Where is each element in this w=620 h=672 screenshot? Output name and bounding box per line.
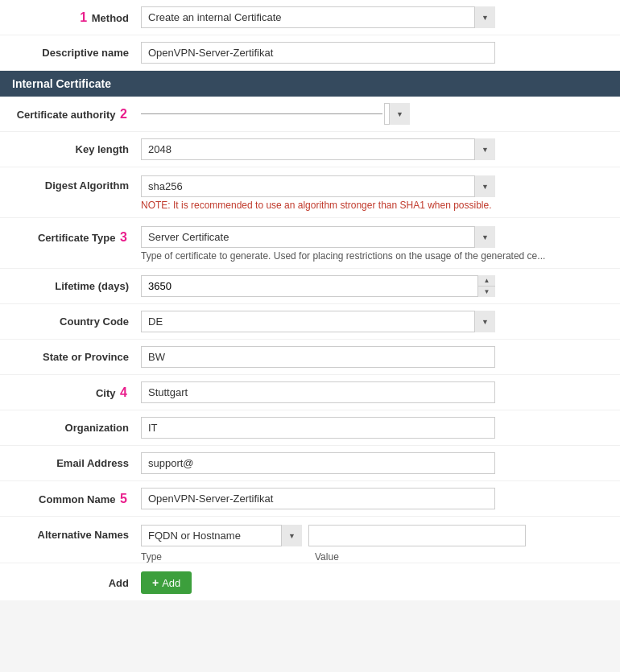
- method-row: 1 Method Create an internal Certificate …: [0, 0, 620, 35]
- method-select[interactable]: Create an internal Certificate Import an…: [141, 6, 495, 28]
- country-code-label-text: Country Code: [60, 315, 129, 328]
- email-address-control: support@: [141, 452, 608, 474]
- method-control: Create an internal Certificate Import an…: [141, 6, 608, 28]
- certificate-type-label: Certificate Type 3: [12, 226, 141, 245]
- key-length-row: Key length 512 1024 2048 4096: [0, 132, 620, 167]
- certificate-type-select[interactable]: Client Certificate Server Certificate: [141, 226, 495, 248]
- certificate-type-control: Client Certificate Server Certificate Ty…: [141, 226, 608, 262]
- digest-algorithm-row: Digest Algorithm sha1 sha224 sha256 sha3…: [0, 167, 620, 218]
- digest-algorithm-note: NOTE: It is recommended to use an algori…: [141, 200, 492, 211]
- state-province-input[interactable]: BW: [141, 346, 495, 368]
- certificate-type-row: Certificate Type 3 Client Certificate Se…: [0, 218, 620, 269]
- lifetime-spinner-buttons: ▲ ▼: [477, 275, 495, 297]
- lifetime-label-text: Lifetime (days): [55, 280, 129, 292]
- digest-algorithm-label-text: Digest Algorithm: [45, 179, 129, 192]
- step-3-badge: 3: [120, 230, 127, 244]
- ca-select-wrapper-inner: [384, 103, 410, 125]
- internal-certificate-header: Internal Certificate: [0, 71, 620, 97]
- alternative-names-label-text: Alternative Names: [38, 529, 129, 541]
- step-4-badge: 4: [120, 385, 127, 399]
- city-label: City 4: [12, 385, 141, 400]
- alternative-names-control: FQDN or Hostname IP email URI Type Value: [141, 525, 608, 563]
- common-name-label-text: Common Name: [39, 493, 115, 505]
- common-name-label: Common Name 5: [12, 492, 141, 506]
- alt-type-select[interactable]: FQDN or Hostname IP email URI: [141, 525, 302, 546]
- city-control: Stuttgart: [141, 381, 608, 403]
- lifetime-spinner-up-button[interactable]: ▲: [478, 275, 495, 287]
- alt-type-sublabel: Type: [141, 551, 302, 563]
- lifetime-row: Lifetime (days) 3650 ▲ ▼: [0, 269, 620, 304]
- descriptive-name-label-text: Descriptive name: [42, 47, 129, 59]
- add-row: Add + Add: [0, 563, 620, 600]
- certificate-authority-label-text: Certificate authority: [17, 109, 116, 121]
- add-label-text: Add: [109, 577, 129, 589]
- key-length-select[interactable]: 512 1024 2048 4096: [141, 138, 495, 160]
- organization-label: Organization: [12, 422, 141, 434]
- form-container: 1 Method Create an internal Certificate …: [0, 0, 620, 600]
- email-address-label-text: Email Address: [56, 457, 129, 469]
- method-label: 1 Method: [12, 10, 141, 25]
- certificate-authority-control: [141, 103, 608, 125]
- key-length-select-wrapper: 512 1024 2048 4096: [141, 138, 495, 160]
- internal-certificate-title: Internal Certificate: [12, 77, 111, 90]
- add-button-label: Add: [162, 577, 180, 589]
- certificate-type-select-wrapper: Client Certificate Server Certificate: [141, 226, 495, 248]
- descriptive-name-row: Descriptive name OpenVPN-Server-Zertifik…: [0, 35, 620, 71]
- add-control: + Add: [141, 571, 608, 594]
- descriptive-name-input[interactable]: OpenVPN-Server-Zertifikat: [141, 42, 495, 64]
- country-code-control: DE US GB FR AT CH: [141, 311, 608, 332]
- state-province-label-text: State or Province: [43, 351, 129, 363]
- digest-algorithm-control: sha1 sha224 sha256 sha384 sha512 NOTE: I…: [141, 175, 608, 211]
- certificate-authority-select[interactable]: [384, 103, 410, 125]
- lifetime-spinner-down-button[interactable]: ▼: [478, 287, 495, 297]
- add-button[interactable]: + Add: [141, 571, 192, 594]
- lifetime-control: 3650 ▲ ▼: [141, 275, 608, 297]
- key-length-label: Key length: [12, 143, 141, 155]
- digest-algorithm-select[interactable]: sha1 sha224 sha256 sha384 sha512: [141, 175, 495, 197]
- city-input[interactable]: Stuttgart: [141, 381, 495, 403]
- step-5-badge: 5: [120, 492, 127, 505]
- descriptive-name-control: OpenVPN-Server-Zertifikat: [141, 42, 608, 64]
- email-address-row: Email Address support@: [0, 446, 620, 481]
- alt-names-inputs: FQDN or Hostname IP email URI: [141, 525, 526, 546]
- email-address-input[interactable]: support@: [141, 452, 495, 474]
- alt-type-select-wrapper: FQDN or Hostname IP email URI: [141, 525, 302, 546]
- alternative-names-label: Alternative Names: [12, 525, 141, 541]
- method-select-wrapper: Create an internal Certificate Import an…: [141, 6, 495, 28]
- certificate-type-label-text: Certificate Type: [38, 232, 116, 244]
- organization-control: IT: [141, 417, 608, 439]
- country-code-select[interactable]: DE US GB FR AT CH: [141, 311, 495, 332]
- step-2-badge: 2: [120, 107, 127, 121]
- country-code-row: Country Code DE US GB FR AT CH: [0, 304, 620, 340]
- state-province-control: BW: [141, 346, 608, 368]
- add-label: Add: [12, 577, 141, 589]
- alt-value-input[interactable]: [308, 525, 526, 546]
- lifetime-label: Lifetime (days): [12, 280, 141, 292]
- ca-select-wrapper: [141, 103, 608, 125]
- plus-icon: +: [152, 576, 159, 589]
- certificate-type-note: Type of certificate to generate. Used fo…: [141, 250, 545, 262]
- city-label-text: City: [96, 387, 116, 399]
- lifetime-spinner-wrapper: 3650 ▲ ▼: [141, 275, 495, 297]
- certificate-authority-label: Certificate authority 2: [12, 107, 141, 122]
- organization-input[interactable]: IT: [141, 417, 495, 439]
- key-length-label-text: Key length: [76, 143, 129, 155]
- city-row: City 4 Stuttgart: [0, 375, 620, 410]
- alt-value-sublabel: Value: [308, 551, 526, 563]
- ca-line: [141, 113, 382, 114]
- state-province-label: State or Province: [12, 351, 141, 363]
- digest-algorithm-select-wrapper: sha1 sha224 sha256 sha384 sha512: [141, 175, 495, 197]
- digest-algorithm-label: Digest Algorithm: [12, 175, 141, 192]
- country-code-label: Country Code: [12, 315, 141, 328]
- common-name-control: OpenVPN-Server-Zertifikat: [141, 488, 608, 509]
- lifetime-input[interactable]: 3650: [141, 275, 495, 297]
- country-code-select-wrapper: DE US GB FR AT CH: [141, 311, 495, 332]
- organization-row: Organization IT: [0, 410, 620, 446]
- common-name-row: Common Name 5 OpenVPN-Server-Zertifikat: [0, 481, 620, 517]
- method-label-text: Method: [92, 12, 129, 24]
- alt-names-sublabels: Type Value: [141, 551, 526, 563]
- common-name-input[interactable]: OpenVPN-Server-Zertifikat: [141, 488, 495, 509]
- descriptive-name-label: Descriptive name: [12, 47, 141, 59]
- key-length-control: 512 1024 2048 4096: [141, 138, 608, 160]
- state-province-row: State or Province BW: [0, 340, 620, 375]
